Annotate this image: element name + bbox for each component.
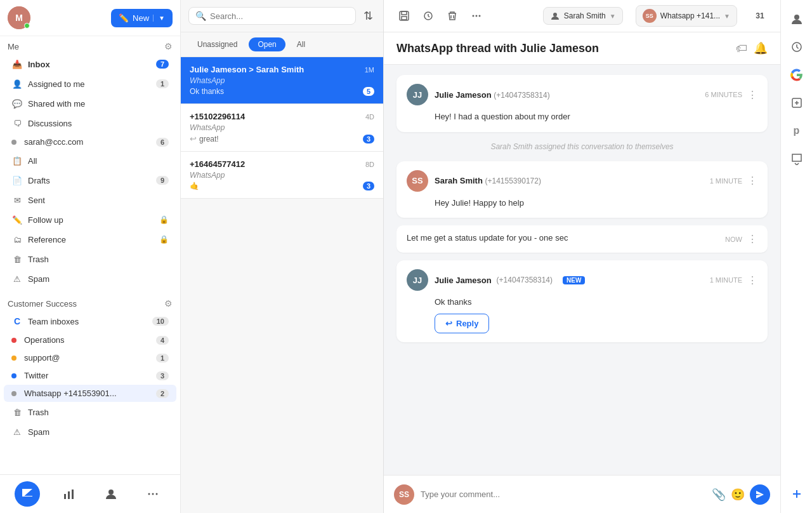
sarah-email-label: sarah@ccc.com <box>24 137 151 147</box>
trash-icon-button[interactable] <box>442 6 462 26</box>
sidebar-item-spam[interactable]: ⚠ Spam <box>4 269 176 288</box>
agent-selector[interactable]: Sarah Smith ▼ <box>543 7 623 25</box>
attachment-icon[interactable]: 📎 <box>712 488 726 502</box>
user-avatar-wrapper: M <box>8 6 30 29</box>
thread-title: WhatsApp thread with Julie Jameson <box>396 42 599 55</box>
sidebar-item-reference[interactable]: 🗂 Reference 🔒 <box>4 230 176 249</box>
sidebar-item-assigned[interactable]: 👤 Assigned to me 1 <box>4 74 176 93</box>
svg-rect-11 <box>402 17 407 20</box>
operations-dot-icon <box>11 338 16 343</box>
sidebar-item-trash[interactable]: 🗑 Trash <box>4 250 176 269</box>
send-button[interactable] <box>750 484 770 505</box>
message-header: SS Sarah Smith (+14155390172) 1 MINUTE ⋮ <box>407 170 757 192</box>
avatar: JJ <box>407 269 428 291</box>
trash-label: Trash <box>28 255 169 264</box>
operations-badge: 4 <box>156 336 169 345</box>
avatar: JJ <box>407 84 428 105</box>
reply-button[interactable]: ↩ Reply <box>435 314 489 333</box>
sidebar-item-discussions[interactable]: 🗨 Discussions <box>4 114 176 133</box>
svg-text:M: M <box>15 13 23 23</box>
save-icon-button[interactable] <box>394 6 414 26</box>
sidebar-item-operations[interactable]: Operations 4 <box>4 331 176 349</box>
clock-icon-button[interactable] <box>418 6 438 26</box>
customer-success-title: Customer Success <box>8 299 77 309</box>
inline-more-icon[interactable]: ⋮ <box>747 233 757 245</box>
more-icon-button[interactable] <box>466 6 487 26</box>
sidebar-item-twitter[interactable]: Twitter 3 <box>4 367 176 384</box>
compose-button[interactable]: ✏️ New ▼ <box>111 9 173 27</box>
more-footer-btn[interactable] <box>140 481 166 507</box>
inbox-selector[interactable]: SS Whatsapp +141... ▼ <box>636 5 737 27</box>
conv-item-header: +16464577412 8D <box>190 159 374 169</box>
calendar-icon-button[interactable]: 31 <box>750 6 770 26</box>
message-more-icon[interactable]: ⋮ <box>747 175 757 187</box>
svg-point-16 <box>553 13 557 17</box>
composer-input[interactable] <box>421 490 705 499</box>
sidebar-item-whatsapp[interactable]: Whatsapp +141553901... 2 <box>4 385 176 402</box>
support-label: support@ <box>24 353 151 363</box>
conv-item[interactable]: Julie Jameson > Sarah Smith 1M WhatsApp … <box>181 57 383 104</box>
twitter-badge: 3 <box>156 371 169 380</box>
person-icon: 👤 <box>11 78 23 90</box>
sidebar-item-sent[interactable]: ✉ Sent <box>4 190 176 210</box>
svg-point-15 <box>479 15 481 17</box>
search-input[interactable] <box>210 11 349 21</box>
gear-icon[interactable]: ⚙ <box>164 41 173 51</box>
sidebar-item-followup[interactable]: ✏️ Follow up 🔒 <box>4 210 176 229</box>
message-more-icon[interactable]: ⋮ <box>747 89 757 101</box>
emoji-icon[interactable]: 🙂 <box>731 488 745 502</box>
bookmark-icon[interactable]: 🏷 <box>736 42 747 55</box>
sender-name: Sarah Smith <box>435 176 483 185</box>
all-label: All <box>28 156 169 166</box>
agent-chevron-icon: ▼ <box>610 13 616 20</box>
twitter-dot-icon <box>11 373 16 378</box>
chat-footer-btn[interactable] <box>15 481 40 507</box>
conv-time: 4D <box>365 113 374 121</box>
sidebar-item-sarah-email[interactable]: sarah@ccc.com 6 <box>4 133 176 150</box>
customer-success-gear-icon[interactable]: ⚙ <box>164 298 173 309</box>
person-detail-icon[interactable] <box>785 8 808 30</box>
conv-preview-text: 🤙 <box>190 182 199 190</box>
text-icon[interactable]: p <box>785 119 808 142</box>
conv-preview: Ok thanks 5 <box>190 87 374 96</box>
tab-all[interactable]: All <box>288 37 314 51</box>
conv-item[interactable]: +15102296114 4D WhatsApp ↩ great! 3 <box>181 104 383 152</box>
me-section-header: Me ⚙ <box>0 36 180 54</box>
sort-icon[interactable]: ⇅ <box>361 6 376 25</box>
conv-channel: WhatsApp <box>190 171 374 180</box>
sender-info: Julie Jameson (+14047358314) <box>435 90 550 100</box>
sidebar-item-inbox[interactable]: 📥 Inbox 7 <box>4 55 176 74</box>
message-header: JJ Julie Jameson (+14047358314) NEW 1 MI… <box>407 269 757 291</box>
plugin-icon[interactable] <box>785 91 808 114</box>
sidebar-item-support[interactable]: support@ 1 <box>4 349 176 366</box>
conv-name: +15102296114 <box>190 112 245 121</box>
chat-bubble-icon[interactable] <box>785 147 808 170</box>
conv-item[interactable]: +16464577412 8D WhatsApp 🤙 3 <box>181 152 383 199</box>
svg-rect-4 <box>72 490 74 499</box>
tab-unassigned[interactable]: Unassigned <box>188 37 246 51</box>
reference-lock-icon: 🔒 <box>159 235 169 244</box>
sidebar-nav: Me ⚙ 📥 Inbox 7 👤 Assigned to me 1 💬 Shar… <box>0 36 180 474</box>
search-box[interactable]: 🔍 <box>188 7 356 25</box>
sidebar-item-spam2[interactable]: ⚠ Spam <box>4 422 176 441</box>
contacts-footer-btn[interactable] <box>98 481 124 507</box>
support-badge: 1 <box>156 354 169 363</box>
avatar: SS <box>407 170 428 192</box>
sidebar-item-team-inboxes[interactable]: C Team inboxes 10 <box>4 312 176 331</box>
sidebar-item-all[interactable]: 📋 All <box>4 151 176 170</box>
reports-footer-btn[interactable] <box>56 481 82 507</box>
tab-open[interactable]: Open <box>249 37 285 51</box>
svg-point-5 <box>108 490 114 495</box>
clock-detail-icon[interactable] <box>785 36 808 58</box>
sidebar-item-trash2[interactable]: 🗑 Trash <box>4 403 176 422</box>
sidebar-item-shared[interactable]: 💬 Shared with me <box>4 94 176 113</box>
bell-icon[interactable]: 🔔 <box>754 41 768 55</box>
message-more-icon[interactable]: ⋮ <box>747 274 757 286</box>
sidebar-item-drafts[interactable]: 📄 Drafts 9 <box>4 171 176 190</box>
add-icon[interactable] <box>785 483 808 505</box>
svg-rect-2 <box>64 494 66 499</box>
discussion-icon: 🗨 <box>11 117 23 129</box>
operations-label: Operations <box>24 335 151 345</box>
email-dot-icon <box>11 140 16 145</box>
google-icon[interactable] <box>785 63 808 86</box>
